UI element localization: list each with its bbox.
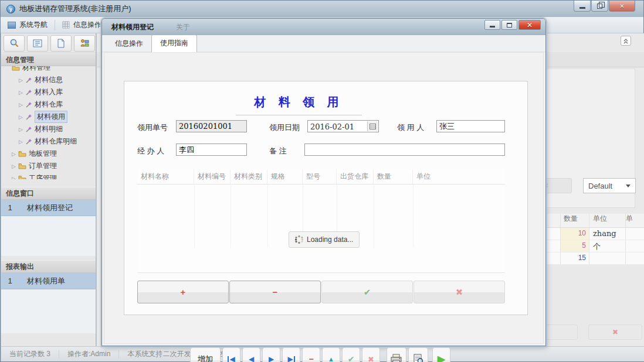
grid-bottom-line (137, 272, 505, 273)
handler-field[interactable] (176, 144, 247, 156)
date-field[interactable]: 2016-02-01 (307, 120, 379, 132)
panel-icon (8, 22, 16, 29)
wand-icon (25, 101, 32, 108)
restore-button[interactable] (591, 1, 608, 12)
tree-item-material-mgmt[interactable]: 材料管理 (1, 66, 96, 74)
grid-icon (62, 21, 70, 29)
table-row[interactable]: 10 zhang (546, 228, 644, 240)
cancel-row-button[interactable]: ✖ (413, 281, 505, 303)
tree-item-material-requisition[interactable]: ▷ 材料领用 (1, 111, 96, 123)
item-label: 材料领用单 (27, 276, 65, 286)
expander-icon[interactable]: ▷ (12, 151, 16, 157)
tree-item-floor-mgmt[interactable]: ▷ 地板管理 (1, 148, 96, 160)
user-report-button[interactable] (74, 35, 95, 52)
dialog-menu-about[interactable]: 关于 (176, 22, 190, 32)
form-icon (32, 38, 43, 49)
requisition-form-panel: 材 料 领 用 领用单号 领用日期 2016-02-01 领 用 人 经 办 人… (124, 81, 528, 315)
post-row-button[interactable]: ✔ (321, 281, 413, 303)
next-record-button[interactable]: ▶ (262, 347, 280, 362)
background-cancel2-button[interactable]: ✖ (588, 325, 642, 340)
close-button[interactable]: ✕ (609, 1, 635, 12)
expander-icon[interactable]: ▷ (19, 114, 23, 120)
search-tool-button[interactable] (4, 35, 25, 52)
edit-record-button[interactable]: ▲ (322, 347, 340, 362)
document-icon (56, 38, 66, 49)
tree-item-label: 材料明细 (35, 124, 63, 134)
prev-record-button[interactable]: ◀ (242, 347, 260, 362)
style-dropdown[interactable]: Default (583, 178, 636, 193)
menu-info-operation[interactable]: 信息操作 (55, 17, 109, 33)
app-titlebar: y 地板进销存管理系统(非注册用户) ✕ (1, 1, 643, 17)
preview-button[interactable] (408, 347, 428, 362)
item-label: 材料领用登记 (27, 203, 73, 213)
chevron-down-icon (626, 185, 631, 187)
expander-icon[interactable]: ▷ (19, 102, 23, 108)
table-row[interactable]: 5 个 (546, 240, 644, 252)
expander-icon[interactable]: ▷ (19, 127, 23, 132)
tree-item-material-detail[interactable]: ▷ 材料明细 (1, 123, 96, 135)
first-record-button[interactable]: ◀ (222, 347, 240, 362)
add-row-button[interactable]: + (137, 281, 229, 303)
info-window-list: 1 材料领用登记 (1, 200, 96, 256)
post-record-button[interactable]: ✔ (342, 347, 360, 362)
tree-item-order-mgmt[interactable]: ▷ 订单管理 (1, 160, 96, 172)
tree-item-label: 材料管理 (22, 66, 50, 73)
date-value: 2016-02-01 (310, 122, 354, 131)
col-model: 型号 (303, 169, 337, 184)
info-window-item[interactable]: 1 材料领用登记 (1, 200, 96, 216)
edit-icon: ▲ (328, 356, 334, 362)
window-controls: ✕ (573, 1, 635, 12)
col-material-name: 材料名称 (137, 169, 194, 184)
item-index: 1 (1, 203, 19, 212)
folder-icon (18, 175, 26, 179)
expander-icon[interactable]: ▷ (12, 163, 16, 169)
material-grid-header: 材料名称 材料编号 材料类别 规格 型号 出货仓库 数量 单位 (137, 169, 505, 185)
cell-qty: 15 (561, 252, 589, 264)
record-navigator: 增加 ◀ ◀ ▶ ▶ − ▲ (190, 347, 450, 362)
cancel-record-button[interactable]: ✖ (362, 347, 380, 362)
append-record-button[interactable]: 增加 (190, 347, 221, 362)
expander-icon[interactable]: ▷ (19, 139, 23, 145)
report-output-item[interactable]: 1 材料领用单 (1, 273, 96, 289)
last-record-icon: ▶ (287, 355, 293, 362)
tree-item-material-warehouse-detail[interactable]: ▷ 材料仓库明细 (1, 135, 96, 148)
expander-icon[interactable]: ▷ (19, 90, 23, 95)
collapse-panel-button[interactable] (621, 36, 631, 46)
label-date: 领用日期 (269, 122, 300, 133)
expander-icon[interactable]: ▷ (19, 77, 23, 83)
expander-icon[interactable]: ▷ (12, 176, 16, 180)
form-view-button[interactable] (27, 35, 48, 52)
check-icon: ✔ (348, 354, 355, 362)
panel-header-info-window: 信息窗口 (1, 187, 96, 200)
tree-item-material-info[interactable]: ▷ 材料信息 (1, 74, 96, 86)
tree-item-material-warehouse[interactable]: ▷ 材料仓库 (1, 98, 96, 111)
background-grid: 数量 单位 单 10 zhang 5 个 15 (546, 214, 644, 265)
recipient-field[interactable] (436, 120, 505, 132)
tree-item-process-mgmt[interactable]: ▷ 工序管理 (1, 172, 96, 179)
remark-field[interactable] (304, 144, 505, 156)
dialog-minimize-button[interactable] (484, 20, 500, 30)
document-button[interactable] (50, 35, 72, 52)
maximize-icon (507, 23, 512, 28)
tab-info-operation[interactable]: 信息操作 (107, 36, 151, 52)
loading-indicator: Loading data... (289, 231, 360, 248)
tree-item-material-in[interactable]: ▷ 材料入库 (1, 86, 96, 98)
sidebar-toolbar (1, 33, 96, 53)
order-no-field[interactable] (176, 120, 247, 132)
app-logo-icon: y (6, 5, 15, 13)
delete-row-button[interactable]: − (229, 281, 321, 303)
execute-button[interactable]: ▶ (432, 347, 450, 362)
cell-unit (589, 252, 626, 264)
dialog-content: 材 料 领 用 领用单号 领用日期 2016-02-01 领 用 人 经 办 人… (104, 52, 544, 344)
tab-user-guide[interactable]: 使用指南 (151, 35, 197, 52)
calendar-dropdown-button[interactable] (367, 121, 378, 131)
table-row[interactable]: 15 (546, 252, 644, 265)
dialog-close-button[interactable]: ✕ (518, 20, 541, 30)
print-button[interactable] (387, 347, 406, 362)
last-record-button[interactable]: ▶ (282, 347, 300, 362)
delete-record-button[interactable]: − (302, 347, 320, 362)
menu-system-nav[interactable]: 系统导航 (1, 17, 55, 33)
minimize-button[interactable] (574, 1, 591, 12)
dialog-maximize-button[interactable] (501, 20, 517, 30)
nav-tree: 材料管理 ▷ 材料信息 ▷ 材料入库 ▷ 材料仓库 ▷ 材料领用 (1, 66, 96, 179)
